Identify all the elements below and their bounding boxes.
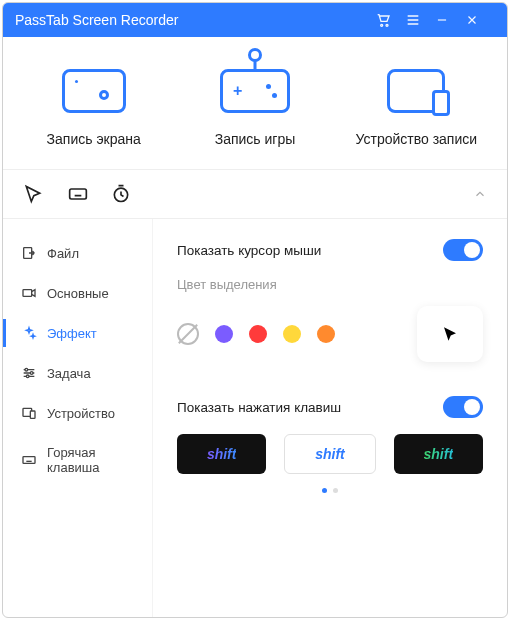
gamepad-icon: + [180, 65, 330, 117]
settings-toolbar [3, 170, 507, 219]
svg-point-0 [381, 24, 383, 26]
sidebar-item-task[interactable]: Задача [3, 353, 152, 393]
svg-rect-10 [30, 411, 35, 418]
sidebar-item-device[interactable]: Устройство [3, 393, 152, 433]
sidebar-item-label: Горячая клавиша [47, 445, 138, 475]
screen-record-icon [19, 65, 169, 117]
keypress-style-1[interactable]: shift [177, 434, 266, 474]
app-window: PassTab Screen Recorder Запись экрана + … [2, 2, 508, 618]
svg-point-8 [26, 375, 29, 378]
mode-game-record[interactable]: + Запись игры [180, 65, 330, 147]
settings-body: Файл Основные Эффект Задача Устройство Г… [3, 219, 507, 617]
titlebar: PassTab Screen Recorder [3, 3, 507, 37]
cursor-preview [417, 306, 483, 362]
svg-point-6 [25, 368, 28, 371]
svg-rect-5 [23, 290, 32, 297]
sidebar-item-basic[interactable]: Основные [3, 273, 152, 313]
svg-rect-11 [23, 457, 35, 464]
mode-selector: Запись экрана + Запись игры Устройство з… [3, 37, 507, 170]
mode-device-record[interactable]: Устройство записи [341, 65, 491, 147]
keypress-style-row: shift shift shift [177, 434, 483, 474]
sidebar-item-label: Основные [47, 286, 109, 301]
cursor-toggle-row: Показать курсор мыши [177, 239, 483, 261]
device-icon [21, 405, 37, 421]
cursor-tab-icon[interactable] [23, 184, 43, 204]
settings-sidebar: Файл Основные Эффект Задача Устройство Г… [3, 219, 153, 617]
sidebar-item-file[interactable]: Файл [3, 233, 152, 273]
mode-label: Запись экрана [19, 131, 169, 147]
highlight-color-row [177, 306, 483, 362]
keypress-style-2[interactable]: shift [284, 434, 375, 474]
mode-label: Запись игры [180, 131, 330, 147]
mode-label: Устройство записи [341, 131, 491, 147]
svg-rect-2 [70, 189, 87, 199]
cart-icon[interactable] [375, 12, 405, 28]
keyboard-icon [21, 452, 37, 468]
color-option[interactable] [215, 325, 233, 343]
sidebar-item-label: Задача [47, 366, 91, 381]
sliders-icon [21, 365, 37, 381]
keypress-toggle[interactable] [443, 396, 483, 418]
color-option[interactable] [249, 325, 267, 343]
sidebar-item-label: Эффект [47, 326, 97, 341]
cursor-toggle[interactable] [443, 239, 483, 261]
file-out-icon [21, 245, 37, 261]
sidebar-item-effect[interactable]: Эффект [3, 313, 152, 353]
effect-panel: Показать курсор мыши Цвет выделения Пока… [153, 219, 507, 617]
sparkle-icon [21, 325, 37, 341]
close-button[interactable] [465, 13, 495, 27]
color-option[interactable] [317, 325, 335, 343]
sidebar-item-label: Файл [47, 246, 79, 261]
keypress-toggle-label: Показать нажатия клавиш [177, 400, 443, 415]
svg-point-7 [30, 372, 33, 375]
camera-icon [21, 285, 37, 301]
pager-dot[interactable] [322, 488, 327, 493]
pager-dots [177, 488, 483, 493]
pager-dot[interactable] [333, 488, 338, 493]
collapse-icon[interactable] [473, 187, 487, 201]
cursor-toggle-label: Показать курсор мыши [177, 243, 443, 258]
minimize-button[interactable] [435, 13, 465, 27]
mode-screen-record[interactable]: Запись экрана [19, 65, 169, 147]
svg-point-1 [386, 24, 388, 26]
highlight-color-label: Цвет выделения [177, 277, 483, 292]
sidebar-item-hotkey[interactable]: Горячая клавиша [3, 433, 152, 487]
menu-icon[interactable] [405, 12, 435, 28]
clock-tab-icon[interactable] [111, 184, 131, 204]
color-none[interactable] [177, 323, 199, 345]
app-title: PassTab Screen Recorder [15, 12, 375, 28]
keyboard-tab-icon[interactable] [67, 184, 87, 204]
sidebar-item-label: Устройство [47, 406, 115, 421]
keypress-toggle-row: Показать нажатия клавиш [177, 396, 483, 418]
keypress-style-3[interactable]: shift [394, 434, 483, 474]
device-record-icon [341, 65, 491, 117]
color-option[interactable] [283, 325, 301, 343]
